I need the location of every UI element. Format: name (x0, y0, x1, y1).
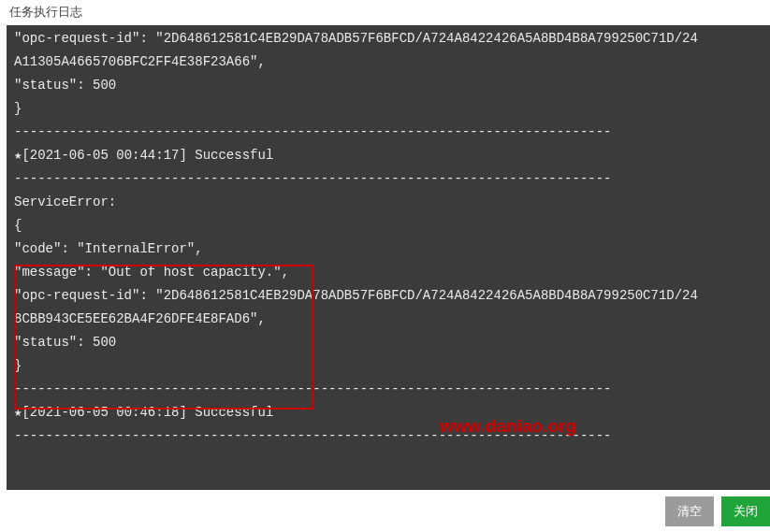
log-line: 8CBB943CE5EE62BA4F26DFE4E8FAD6", (14, 308, 763, 331)
log-line: { (14, 214, 763, 237)
log-line: ----------------------------------------… (14, 378, 763, 401)
log-line: "opc-request-id": "2D648612581C4EB29DA78… (14, 284, 763, 308)
log-output: "opc-request-id": "2D648612581C4EB29DA78… (7, 25, 770, 490)
log-line: } (14, 354, 763, 378)
log-line: A11305A4665706BFC2FF4E38F23A66", (14, 50, 763, 74)
log-line: ----------------------------------------… (14, 424, 763, 448)
clear-button[interactable]: 清空 (665, 496, 714, 526)
log-line: ----------------------------------------… (14, 167, 763, 191)
log-line: ★[2021-06-05 00:44:17] Successful (14, 144, 763, 167)
log-line: "opc-request-id": "2D648612581C4EB29DA78… (14, 27, 763, 50)
log-line: ServiceError: (14, 191, 763, 214)
log-line: ----------------------------------------… (14, 121, 763, 144)
log-line: } (14, 97, 763, 121)
log-line: "status": 500 (14, 74, 763, 97)
log-line: "message": "Out of host capacity.", (14, 261, 763, 284)
footer-bar: 清空 关闭 (0, 490, 770, 532)
log-line: "code": "InternalError", (14, 237, 763, 261)
log-line: ★[2021-06-05 00:46:18] Successful (14, 401, 763, 424)
window-title: 任务执行日志 (0, 0, 770, 25)
close-button[interactable]: 关闭 (721, 496, 770, 526)
log-line: "status": 500 (14, 331, 763, 354)
